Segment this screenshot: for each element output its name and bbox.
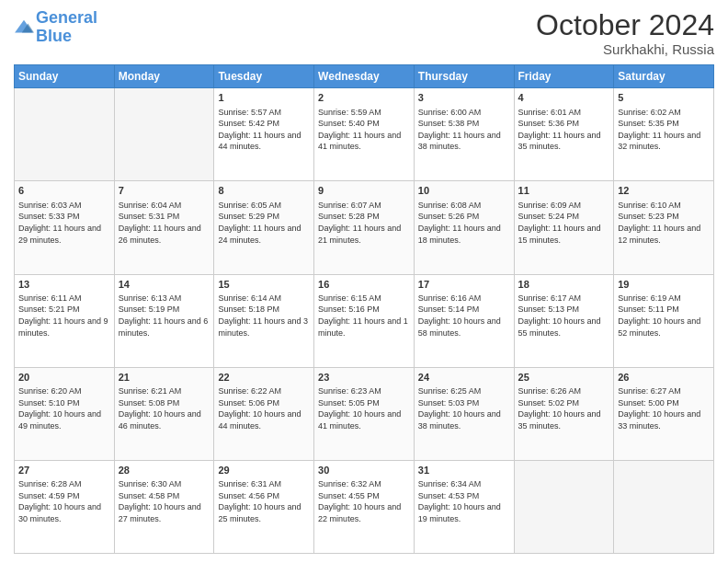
table-row: [114, 88, 214, 181]
table-row: [15, 88, 115, 181]
table-row: 28Sunrise: 6:30 AMSunset: 4:58 PMDayligh…: [114, 460, 214, 553]
day-number: 31: [418, 464, 510, 477]
table-row: 5Sunrise: 6:02 AMSunset: 5:35 PMDaylight…: [614, 88, 714, 181]
day-info: Sunrise: 6:15 AMSunset: 5:16 PMDaylight:…: [318, 293, 410, 339]
table-row: 29Sunrise: 6:31 AMSunset: 4:56 PMDayligh…: [214, 460, 314, 553]
day-number: 7: [119, 184, 210, 198]
day-info: Sunrise: 6:21 AMSunset: 5:08 PMDaylight:…: [119, 385, 210, 431]
day-number: 27: [18, 464, 110, 477]
day-number: 12: [618, 184, 710, 198]
calendar-week-row: 1Sunrise: 5:57 AMSunset: 5:42 PMDaylight…: [15, 88, 714, 181]
day-number: 18: [518, 278, 610, 292]
day-info: Sunrise: 6:11 AMSunset: 5:21 PMDaylight:…: [18, 293, 110, 339]
day-number: 4: [518, 91, 610, 105]
day-number: 10: [418, 184, 510, 198]
table-row: 4Sunrise: 6:01 AMSunset: 5:36 PMDaylight…: [514, 88, 614, 181]
day-number: 2: [318, 91, 410, 105]
table-row: 9Sunrise: 6:07 AMSunset: 5:28 PMDaylight…: [314, 181, 415, 274]
table-row: 18Sunrise: 6:17 AMSunset: 5:13 PMDayligh…: [514, 274, 614, 367]
table-row: 24Sunrise: 6:25 AMSunset: 5:03 PMDayligh…: [414, 367, 514, 460]
day-info: Sunrise: 5:59 AMSunset: 5:40 PMDaylight:…: [318, 107, 410, 153]
calendar-table: Sunday Monday Tuesday Wednesday Thursday…: [14, 64, 714, 554]
calendar-header-row: Sunday Monday Tuesday Wednesday Thursday…: [15, 65, 714, 88]
col-sunday: Sunday: [15, 65, 115, 88]
table-row: 15Sunrise: 6:14 AMSunset: 5:18 PMDayligh…: [214, 274, 314, 367]
location: Surkhakhi, Russia: [536, 41, 714, 57]
day-number: 9: [318, 184, 410, 198]
col-thursday: Thursday: [414, 65, 514, 88]
day-info: Sunrise: 5:57 AMSunset: 5:42 PMDaylight:…: [218, 107, 310, 153]
day-number: 5: [618, 91, 710, 105]
title-block: October 2024 Surkhakhi, Russia: [536, 9, 714, 57]
table-row: 19Sunrise: 6:19 AMSunset: 5:11 PMDayligh…: [614, 274, 714, 367]
table-row: [614, 460, 714, 553]
day-info: Sunrise: 6:26 AMSunset: 5:02 PMDaylight:…: [518, 385, 610, 431]
day-info: Sunrise: 6:03 AMSunset: 5:33 PMDaylight:…: [18, 200, 110, 246]
calendar-week-row: 27Sunrise: 6:28 AMSunset: 4:59 PMDayligh…: [15, 460, 714, 553]
table-row: 26Sunrise: 6:27 AMSunset: 5:00 PMDayligh…: [614, 367, 714, 460]
table-row: 11Sunrise: 6:09 AMSunset: 5:24 PMDayligh…: [514, 181, 614, 274]
table-row: 31Sunrise: 6:34 AMSunset: 4:53 PMDayligh…: [414, 460, 514, 553]
calendar-week-row: 20Sunrise: 6:20 AMSunset: 5:10 PMDayligh…: [15, 367, 714, 460]
table-row: 27Sunrise: 6:28 AMSunset: 4:59 PMDayligh…: [15, 460, 115, 553]
day-info: Sunrise: 6:25 AMSunset: 5:03 PMDaylight:…: [418, 385, 510, 431]
table-row: [514, 460, 614, 553]
day-info: Sunrise: 6:07 AMSunset: 5:28 PMDaylight:…: [318, 200, 410, 246]
day-info: Sunrise: 6:13 AMSunset: 5:19 PMDaylight:…: [119, 293, 210, 339]
day-number: 3: [418, 91, 510, 105]
table-row: 21Sunrise: 6:21 AMSunset: 5:08 PMDayligh…: [114, 367, 214, 460]
table-row: 3Sunrise: 6:00 AMSunset: 5:38 PMDaylight…: [414, 88, 514, 181]
day-number: 8: [218, 184, 310, 198]
day-info: Sunrise: 6:22 AMSunset: 5:06 PMDaylight:…: [218, 385, 310, 431]
table-row: 6Sunrise: 6:03 AMSunset: 5:33 PMDaylight…: [15, 181, 115, 274]
day-info: Sunrise: 6:08 AMSunset: 5:26 PMDaylight:…: [418, 200, 510, 246]
day-info: Sunrise: 6:32 AMSunset: 4:55 PMDaylight:…: [318, 478, 410, 524]
page: General Blue October 2024 Surkhakhi, Rus…: [0, 0, 728, 563]
table-row: 17Sunrise: 6:16 AMSunset: 5:14 PMDayligh…: [414, 274, 514, 367]
day-number: 15: [218, 278, 310, 292]
table-row: 2Sunrise: 5:59 AMSunset: 5:40 PMDaylight…: [314, 88, 415, 181]
day-info: Sunrise: 6:30 AMSunset: 4:58 PMDaylight:…: [119, 478, 210, 524]
month-title: October 2024: [536, 9, 714, 41]
day-info: Sunrise: 6:16 AMSunset: 5:14 PMDaylight:…: [418, 293, 510, 339]
table-row: 1Sunrise: 5:57 AMSunset: 5:42 PMDaylight…: [214, 88, 314, 181]
day-number: 19: [618, 278, 710, 292]
table-row: 8Sunrise: 6:05 AMSunset: 5:29 PMDaylight…: [214, 181, 314, 274]
calendar-week-row: 13Sunrise: 6:11 AMSunset: 5:21 PMDayligh…: [15, 274, 714, 367]
day-info: Sunrise: 6:17 AMSunset: 5:13 PMDaylight:…: [518, 293, 610, 339]
header: General Blue October 2024 Surkhakhi, Rus…: [14, 9, 714, 57]
logo-line2: Blue: [36, 27, 72, 45]
day-number: 23: [318, 371, 410, 385]
logo: General Blue: [14, 9, 97, 46]
day-number: 11: [518, 184, 610, 198]
day-info: Sunrise: 6:04 AMSunset: 5:31 PMDaylight:…: [119, 200, 210, 246]
day-number: 25: [518, 371, 610, 385]
table-row: 25Sunrise: 6:26 AMSunset: 5:02 PMDayligh…: [514, 367, 614, 460]
day-number: 14: [119, 278, 210, 292]
table-row: 23Sunrise: 6:23 AMSunset: 5:05 PMDayligh…: [314, 367, 415, 460]
table-row: 7Sunrise: 6:04 AMSunset: 5:31 PMDaylight…: [114, 181, 214, 274]
day-info: Sunrise: 6:20 AMSunset: 5:10 PMDaylight:…: [18, 385, 110, 431]
day-number: 22: [218, 371, 310, 385]
col-saturday: Saturday: [614, 65, 714, 88]
day-info: Sunrise: 6:34 AMSunset: 4:53 PMDaylight:…: [418, 478, 510, 524]
day-info: Sunrise: 6:28 AMSunset: 4:59 PMDaylight:…: [18, 478, 110, 524]
table-row: 13Sunrise: 6:11 AMSunset: 5:21 PMDayligh…: [15, 274, 115, 367]
col-wednesday: Wednesday: [314, 65, 415, 88]
table-row: 30Sunrise: 6:32 AMSunset: 4:55 PMDayligh…: [314, 460, 415, 553]
day-info: Sunrise: 6:27 AMSunset: 5:00 PMDaylight:…: [618, 385, 710, 431]
day-info: Sunrise: 6:02 AMSunset: 5:35 PMDaylight:…: [618, 107, 710, 153]
day-number: 29: [218, 464, 310, 477]
day-info: Sunrise: 6:31 AMSunset: 4:56 PMDaylight:…: [218, 478, 310, 524]
day-number: 24: [418, 371, 510, 385]
table-row: 10Sunrise: 6:08 AMSunset: 5:26 PMDayligh…: [414, 181, 514, 274]
day-info: Sunrise: 6:10 AMSunset: 5:23 PMDaylight:…: [618, 200, 710, 246]
day-info: Sunrise: 6:05 AMSunset: 5:29 PMDaylight:…: [218, 200, 310, 246]
day-number: 21: [119, 371, 210, 385]
table-row: 14Sunrise: 6:13 AMSunset: 5:19 PMDayligh…: [114, 274, 214, 367]
day-number: 13: [18, 278, 110, 292]
table-row: 16Sunrise: 6:15 AMSunset: 5:16 PMDayligh…: [314, 274, 415, 367]
table-row: 12Sunrise: 6:10 AMSunset: 5:23 PMDayligh…: [614, 181, 714, 274]
day-number: 28: [119, 464, 210, 477]
day-info: Sunrise: 6:14 AMSunset: 5:18 PMDaylight:…: [218, 293, 310, 339]
